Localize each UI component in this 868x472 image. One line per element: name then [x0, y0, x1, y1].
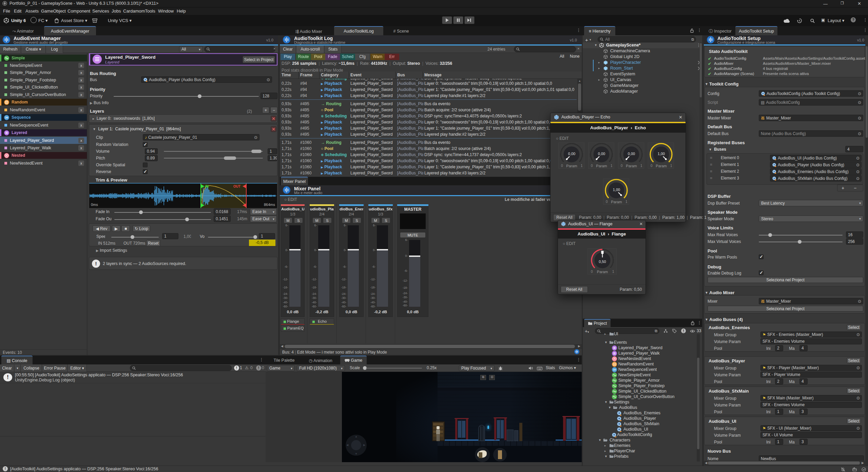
svg-text:IN: IN	[205, 185, 209, 188]
svg-text:0ms: 0ms	[91, 203, 98, 207]
svg-text:864ms: 864ms	[264, 203, 275, 207]
svg-text:OUT: OUT	[233, 185, 240, 188]
